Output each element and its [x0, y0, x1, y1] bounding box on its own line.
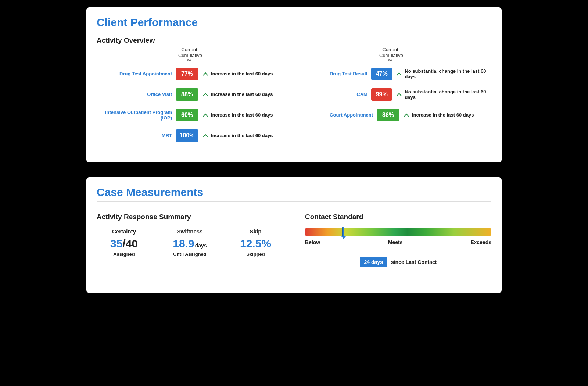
scale-below: Below	[305, 239, 320, 245]
stat-sub: Until Assigned	[162, 251, 217, 257]
column-header-left: Current Cumulative %	[178, 47, 200, 64]
metric-row: CAM 99% No substantial change in the las…	[298, 88, 491, 101]
stat-label: Certainty	[97, 228, 151, 235]
gradient-bar	[305, 228, 491, 236]
trend-text: No substantial change in the last 60 day…	[405, 68, 491, 79]
card-title: Case Measurements	[97, 186, 491, 202]
stat-label: Skip	[228, 228, 283, 235]
scale-labels: Below Meets Exceeds	[305, 239, 491, 245]
activity-overview-heading: Activity Overview	[97, 36, 491, 44]
metric-link-mrt[interactable]: MRT	[97, 133, 176, 138]
summary-heading: Activity Response Summary	[97, 213, 283, 221]
stat-certainty: Certainty 35/40 Assigned	[97, 228, 151, 257]
metric-row: Office Visit 88% Increase in the last 60…	[97, 88, 290, 101]
contact-scale	[305, 228, 491, 236]
trend-text: Increase in the last 60 days	[412, 112, 474, 118]
metric-badge: 86%	[377, 109, 399, 121]
metric-link-drug-test-result[interactable]: Drug Test Result	[298, 71, 371, 76]
days-text: since Last Contact	[391, 259, 437, 265]
overview-right-column: Current Cumulative % Drug Test Result 47…	[298, 47, 491, 150]
trend-up-icon	[404, 113, 409, 117]
contact-standard: Contact Standard Below Meets Exceeds 24 …	[305, 213, 491, 267]
stat-sub: Assigned	[97, 251, 151, 257]
column-header-right: Current Cumulative %	[379, 47, 401, 64]
metric-badge: 99%	[371, 88, 392, 101]
stats-row: Certainty 35/40 Assigned Swiftness 18.9d…	[97, 228, 283, 257]
metric-row: Drug Test Result 47% No substantial chan…	[298, 68, 491, 80]
case-measurements-card: Case Measurements Activity Response Summ…	[86, 177, 502, 293]
metric-link-drug-test-appointment[interactable]: Drug Test Appointment	[97, 71, 176, 76]
scale-marker	[342, 227, 344, 237]
metric-badge: 88%	[176, 88, 198, 101]
activity-response-summary: Activity Response Summary Certainty 35/4…	[97, 213, 283, 267]
stat-value: 35/40	[97, 238, 151, 249]
trend-up-icon	[397, 93, 402, 96]
contact-badge-row: 24 days since Last Contact	[305, 257, 491, 267]
scale-meets: Meets	[388, 239, 403, 245]
metric-link-court-appointment[interactable]: Court Appointment	[298, 112, 377, 118]
trend-text: Increase in the last 60 days	[211, 133, 273, 138]
card-title: Client Performance	[97, 16, 491, 32]
days-badge: 24 days	[360, 257, 387, 267]
metric-link-iop[interactable]: Intensive Outpatient Program (IOP)	[97, 110, 176, 121]
metric-row: MRT 100% Increase in the last 60 days	[97, 129, 290, 142]
metric-badge: 77%	[176, 68, 198, 80]
trend-up-icon	[203, 93, 208, 96]
metric-row: Drug Test Appointment 77% Increase in th…	[97, 68, 290, 80]
stat-sub: Skipped	[228, 251, 283, 257]
overview-left-column: Current Cumulative % Drug Test Appointme…	[97, 47, 290, 150]
metric-badge: 60%	[176, 109, 198, 121]
trend-up-icon	[203, 72, 208, 76]
stat-swiftness: Swiftness 18.9days Until Assigned	[162, 228, 217, 257]
trend-up-icon	[203, 113, 208, 117]
metric-badge: 100%	[176, 129, 198, 142]
client-performance-card: Client Performance Activity Overview Cur…	[86, 7, 502, 162]
stat-label: Swiftness	[162, 228, 217, 235]
activity-overview: Current Cumulative % Drug Test Appointme…	[97, 47, 491, 150]
metric-badge: 47%	[371, 68, 392, 80]
case-body: Activity Response Summary Certainty 35/4…	[97, 206, 491, 267]
metric-link-cam[interactable]: CAM	[298, 92, 371, 97]
trend-up-icon	[203, 134, 208, 137]
trend-text: Increase in the last 60 days	[211, 92, 273, 97]
stat-value: 18.9days	[162, 238, 217, 249]
trend-text: No substantial change in the last 60 day…	[405, 89, 491, 100]
contact-heading: Contact Standard	[305, 213, 491, 221]
metric-link-office-visit[interactable]: Office Visit	[97, 92, 176, 97]
metric-row: Court Appointment 86% Increase in the la…	[298, 109, 491, 121]
metric-row: Intensive Outpatient Program (IOP) 60% I…	[97, 109, 290, 121]
trend-text: Increase in the last 60 days	[211, 112, 273, 118]
trend-up-icon	[397, 72, 402, 76]
trend-text: Increase in the last 60 days	[211, 71, 273, 76]
scale-exceeds: Exceeds	[470, 239, 491, 245]
stat-value: 12.5%	[228, 238, 283, 249]
stat-skip: Skip 12.5% Skipped	[228, 228, 283, 257]
